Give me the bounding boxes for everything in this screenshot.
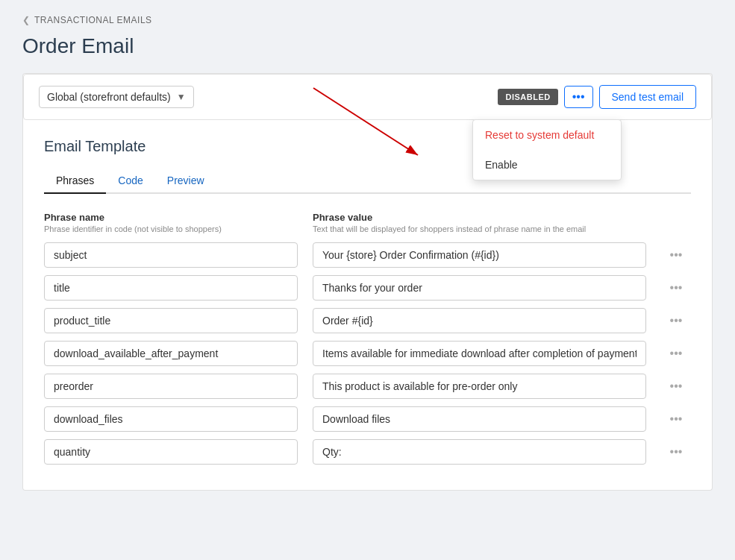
tab-phrases[interactable]: Phrases	[44, 169, 106, 194]
phrase-name-input[interactable]	[44, 308, 298, 333]
row-more-options-button[interactable]: •••	[661, 314, 691, 327]
phrase-value-input[interactable]	[313, 275, 646, 301]
row-more-options-button[interactable]: •••	[661, 281, 691, 295]
row-more-options-button[interactable]: •••	[661, 445, 691, 459]
toolbar: Global (storefront defaults) ▼ DISABLED …	[23, 74, 712, 120]
phrases-list: •••••••••••••••••••••	[44, 242, 691, 465]
enable-item[interactable]: Enable	[473, 150, 621, 180]
toolbar-actions: DISABLED ••• Send test email	[498, 85, 696, 109]
phrase-value-input[interactable]	[313, 406, 646, 432]
more-options-button[interactable]: •••	[564, 86, 593, 108]
table-row: •••	[44, 374, 691, 399]
phrase-value-input[interactable]	[313, 308, 646, 333]
row-more-options-button[interactable]: •••	[661, 248, 691, 262]
breadcrumb-parent[interactable]: TRANSACTIONAL EMAILS	[34, 15, 152, 25]
table-row: •••	[44, 242, 691, 268]
tab-preview[interactable]: Preview	[155, 169, 216, 194]
status-badge: DISABLED	[498, 89, 557, 105]
row-more-options-button[interactable]: •••	[661, 412, 691, 426]
phrase-name-input[interactable]	[44, 406, 298, 432]
reset-to-default-item[interactable]: Reset to system default	[473, 120, 621, 150]
send-test-email-button[interactable]: Send test email	[599, 85, 697, 109]
table-row: •••	[44, 275, 691, 301]
table-row: •••	[44, 406, 691, 432]
back-chevron-icon: ❮	[22, 15, 30, 25]
table-row: •••	[44, 439, 691, 465]
table-row: •••	[44, 341, 691, 366]
phrase-value-input[interactable]	[313, 242, 646, 268]
phrase-name-input[interactable]	[44, 242, 298, 268]
phrase-value-input[interactable]	[313, 341, 646, 366]
dropdown-chevron-icon: ▼	[177, 92, 186, 102]
breadcrumb: ❮ TRANSACTIONAL EMAILS	[22, 15, 713, 25]
storefront-select[interactable]: Global (storefront defaults) ▼	[39, 86, 194, 108]
storefront-select-text: Global (storefront defaults)	[47, 91, 171, 103]
table-header: Phrase name Phrase identifier in code (n…	[44, 212, 691, 233]
phrase-value-input[interactable]	[313, 374, 646, 399]
table-row: •••	[44, 308, 691, 333]
phrase-name-input[interactable]	[44, 341, 298, 366]
phrase-name-col-header: Phrase name Phrase identifier in code (n…	[44, 212, 298, 233]
page-title: Order Email	[22, 34, 713, 58]
phrase-name-input[interactable]	[44, 275, 298, 301]
row-more-options-button[interactable]: •••	[661, 347, 691, 360]
tab-code[interactable]: Code	[106, 169, 154, 194]
phrase-value-col-header: Phrase value Text that will be displayed…	[313, 212, 646, 233]
phrase-name-input[interactable]	[44, 439, 298, 465]
options-dropdown: Reset to system default Enable	[472, 119, 622, 180]
row-more-options-button[interactable]: •••	[661, 380, 691, 393]
phrase-value-input[interactable]	[313, 439, 646, 465]
phrase-name-input[interactable]	[44, 374, 298, 399]
